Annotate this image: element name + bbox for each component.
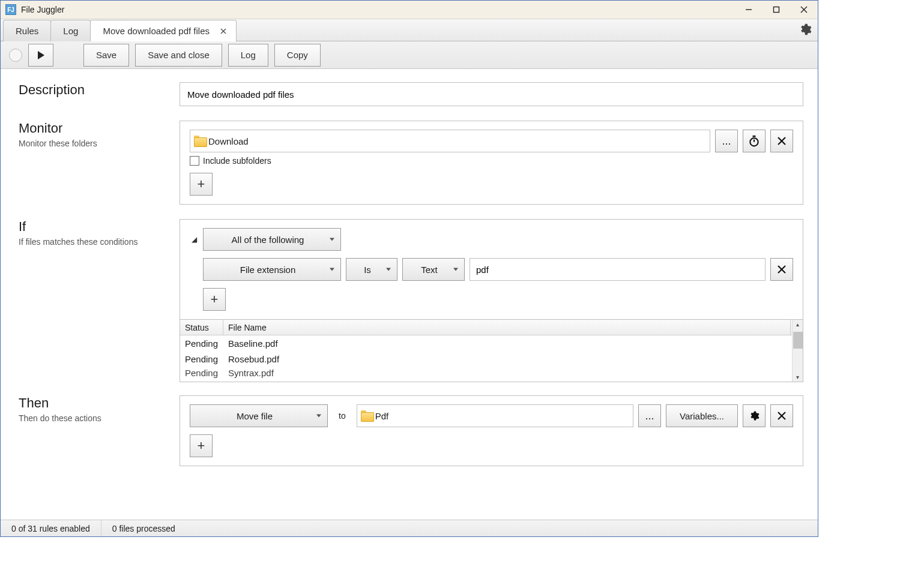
to-label: to [333,411,352,421]
row-filename: Rosebud.pdf [223,354,803,364]
row-filename: Syntrax.pdf [223,368,803,378]
action-settings-button[interactable] [743,404,766,427]
browse-label: ... [645,410,654,422]
action-browse-button[interactable]: ... [638,404,661,427]
section-description: Description [19,82,803,106]
include-subfolders-checkbox[interactable] [190,156,199,166]
browse-folder-button[interactable]: ... [715,130,738,152]
condition-field-label: File extension [240,265,296,275]
action-folder-text: Pdf [375,411,389,421]
then-sub: Then do these actions [19,413,180,423]
tab-log[interactable]: Log [50,20,91,41]
close-window-button[interactable] [790,1,818,19]
run-button[interactable] [28,44,53,67]
list-item[interactable]: Pending Rosebud.pdf [180,351,803,367]
variables-button[interactable]: Variables... [666,404,738,427]
gear-icon [749,410,760,421]
monitor-folder-text: Download [208,136,249,146]
minimize-button[interactable] [735,1,763,19]
list-item[interactable]: Pending Syntrax.pdf [180,367,803,379]
add-action-button[interactable]: + [190,434,213,457]
col-filename-header[interactable]: File Name [223,320,791,335]
gear-icon [799,23,812,36]
scroll-up-icon: ▴ [796,320,799,329]
include-subfolders-label: Include subfolders [203,156,271,166]
collapse-toggle[interactable]: ◢ [190,235,198,244]
section-then: Then Then do these actions Move file to … [19,395,803,466]
col-status-header[interactable]: Status [180,320,223,335]
include-subfolders-row[interactable]: Include subfolders [190,156,793,166]
matched-files-list: Status File Name Pending Baseline.pdf Pe… [180,320,803,382]
monitor-sub: Monitor these folders [19,139,180,148]
list-scrollbar[interactable]: ▴ ▾ [792,320,803,382]
log-label: Log [241,50,256,60]
save-button[interactable]: Save [83,44,129,67]
monitor-title: Monitor [19,121,180,136]
group-mode-label: All of the following [232,235,304,245]
remove-condition-button[interactable] [770,258,793,281]
copy-button[interactable]: Copy [274,44,321,67]
condition-op-label: Is [364,265,371,275]
list-header: Status File Name [180,320,803,335]
browse-label: ... [722,135,731,148]
tabstrip: Rules Log Move downloaded pdf files [1,19,818,41]
condition-type-select[interactable]: Text [402,258,465,281]
toolbar: Save Save and close Log Copy [1,41,818,69]
add-condition-button[interactable]: + [203,288,226,311]
save-close-button[interactable]: Save and close [135,44,222,67]
condition-group-mode-select[interactable]: All of the following [203,228,341,251]
if-sub: If files matches these conditions [19,237,180,247]
play-icon [38,51,44,59]
tab-log-label: Log [63,26,78,36]
app-logo-icon: FJ [5,4,16,15]
close-icon [799,4,809,15]
row-filename: Baseline.pdf [223,338,803,349]
action-folder-input[interactable]: Pdf [357,404,633,427]
maximize-icon [771,4,782,15]
list-item[interactable]: Pending Baseline.pdf [180,335,803,351]
tab-rules[interactable]: Rules [3,20,51,41]
condition-type-label: Text [421,265,438,275]
condition-value-input[interactable] [470,258,766,281]
then-panel: Move file to Pdf ... Variables... [180,395,803,466]
close-icon [777,265,787,274]
tab-rules-label: Rules [16,26,38,36]
remove-folder-button[interactable] [770,130,793,152]
svg-rect-6 [753,136,756,137]
section-monitor: Monitor Monitor these folders Download .… [19,121,803,205]
folder-icon [194,136,207,146]
content-area: Description Monitor Monitor these folder… [1,69,818,520]
close-icon [777,136,787,146]
section-if: If If files matches these conditions ◢ A… [19,219,803,382]
if-panel: ◢ All of the following File extension Is [180,219,803,320]
add-monitor-folder-button[interactable]: + [190,173,213,196]
timer-button[interactable] [743,130,766,152]
close-icon [220,28,226,34]
log-button[interactable]: Log [228,44,268,67]
condition-op-select[interactable]: Is [346,258,397,281]
save-close-label: Save and close [148,50,210,60]
remove-action-button[interactable] [770,404,793,427]
folder-icon [361,410,374,421]
condition-field-select[interactable]: File extension [203,258,341,281]
then-title: Then [19,395,180,411]
scroll-down-icon: ▾ [796,373,799,382]
tab-active-rule[interactable]: Move downloaded pdf files [90,20,237,41]
tab-close-button[interactable] [218,26,229,36]
settings-button[interactable] [799,23,812,39]
monitor-folder-input[interactable]: Download [190,130,710,152]
status-files: 0 files processed [101,520,186,536]
scroll-thumb[interactable] [793,332,803,349]
action-select[interactable]: Move file [190,404,328,427]
row-status: Pending [180,354,223,364]
minimize-icon [743,4,754,15]
window-title: File Juggler [21,5,64,14]
if-title: If [19,219,180,235]
description-input[interactable] [180,82,803,106]
monitor-panel: Download ... Include subfolders [180,121,803,205]
maximize-button[interactable] [763,1,790,19]
save-label: Save [96,50,116,60]
variables-label: Variables... [680,411,724,421]
record-indicator[interactable] [9,49,22,62]
tab-active-label: Move downloaded pdf files [103,26,210,36]
